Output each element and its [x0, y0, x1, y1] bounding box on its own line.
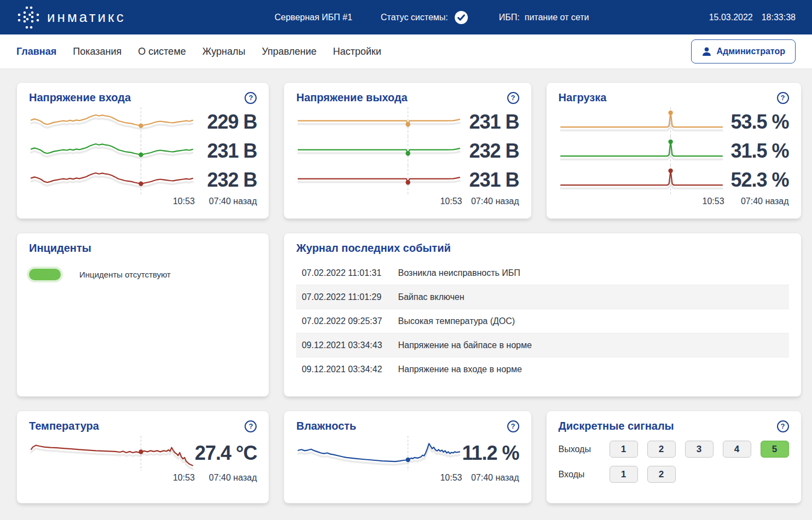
phase-value: 232 В [207, 169, 257, 192]
card-title: Инциденты [29, 242, 91, 255]
system-status-label: Статус системы: [381, 13, 448, 22]
user-icon [701, 47, 712, 57]
event-timestamp: 07.02.2022 09:25:37 [301, 316, 398, 326]
phase-value: 53.5 % [730, 111, 788, 134]
card-title: Напряжение выхода [296, 91, 407, 104]
card-title: Дискретные сигналы [559, 420, 674, 432]
output-signal-2[interactable]: 2 [647, 441, 676, 458]
event-timestamp: 09.12.2021 03:34:42 [301, 365, 398, 374]
input-signal-2[interactable]: 2 [647, 466, 676, 483]
system-status: Статус системы: [381, 10, 468, 25]
event-text: Напряжение на байпасе в норме [398, 340, 783, 350]
nav-item-settings[interactable]: Настройки [333, 46, 381, 57]
event-row[interactable]: 09.12.2021 03:34:43 Напряжение на байпас… [296, 333, 788, 357]
administrator-button[interactable]: Администратор [691, 39, 796, 63]
card-incidents: Инциденты Инциденты отсутствуют [16, 233, 269, 397]
input-signal-1[interactable]: 1 [610, 466, 638, 483]
temperature-value: 27.4 °C [195, 442, 257, 465]
nav-item-home[interactable]: Главная [16, 46, 56, 57]
help-icon[interactable]: ? [777, 92, 789, 104]
nav-item-journals[interactable]: Журналы [202, 46, 246, 57]
sparkline-chart [559, 165, 724, 194]
phase-value: 231 В [469, 169, 519, 192]
phase-value: 52.3 % [730, 169, 788, 192]
ups-power-status: ИБП: питание от сети [499, 13, 589, 22]
nav-item-control[interactable]: Управление [262, 46, 316, 57]
time-ago: 07:40 назад [209, 473, 257, 483]
nav-item-readings[interactable]: Показания [73, 46, 121, 57]
incident-status-led [29, 269, 61, 280]
event-timestamp: 09.12.2021 03:34:43 [301, 340, 398, 350]
help-icon[interactable]: ? [777, 420, 789, 432]
current-time: 18:33:38 [762, 13, 796, 22]
current-date: 15.03.2022 [709, 13, 753, 22]
brand-logo: инматикс [16, 4, 126, 31]
help-icon[interactable]: ? [507, 92, 519, 104]
card-humidity: Влажность ? 11.2 % 10:53 07:40 назад [283, 411, 531, 504]
output-signal-1[interactable]: 1 [610, 441, 638, 458]
card-load: Нагрузка ? 53.5 % 31.5 % 52.3 % 10:53 07… [546, 82, 802, 219]
time-ago: 07:40 назад [471, 473, 519, 483]
event-timestamp: 07.02.2022 11:01:29 [301, 292, 398, 302]
administrator-label: Администратор [717, 47, 785, 56]
phase-value: 231 В [469, 111, 519, 134]
phase-value: 232 В [469, 140, 519, 163]
sparkline-chart [296, 165, 462, 194]
event-text: Напряжение на входе в норме [398, 365, 783, 374]
incident-status-text: Инциденты отсутствуют [79, 270, 171, 279]
output-signal-4[interactable]: 4 [723, 441, 751, 458]
cursor-time: 10:53 [440, 473, 462, 483]
sparkline-chart [29, 165, 195, 194]
card-title: Температура [29, 420, 99, 432]
ups-power-value: питание от сети [525, 13, 589, 22]
output-signal-3[interactable]: 3 [685, 441, 714, 458]
card-events-log: Журнал последних событий 07.02.2022 11:0… [283, 233, 801, 397]
card-output-voltage: Напряжение выхода ? 231 В 232 В 231 В 10… [283, 82, 531, 219]
card-discrete-signals: Дискретные сигналы ? Выходы 1 2 3 4 5 Вх… [546, 411, 802, 504]
phase-value: 31.5 % [730, 140, 788, 163]
humidity-value: 11.2 % [462, 442, 519, 465]
ups-label: ИБП: [499, 13, 520, 22]
card-temperature: Температура ? 27.4 °C 10:53 07:40 назад [16, 411, 269, 504]
event-row[interactable]: 09.12.2021 03:34:42 Напряжение на входе … [296, 357, 788, 382]
event-text: Байпас включен [398, 292, 783, 302]
card-title: Напряжение входа [29, 91, 131, 104]
sparkline-chart [296, 136, 462, 165]
sparkline-chart [29, 107, 195, 136]
event-row[interactable]: 07.02.2022 09:25:37 Высокая температура … [296, 309, 788, 333]
time-ago: 07:40 назад [471, 197, 519, 206]
sparkline-chart [559, 107, 724, 136]
output-signal-5[interactable]: 5 [761, 441, 789, 458]
device-name: Серверная ИБП #1 [275, 13, 352, 22]
card-title: Журнал последних событий [296, 242, 450, 255]
sparkline-chart [29, 436, 195, 471]
card-title: Влажность [296, 420, 356, 432]
sparkline-chart [296, 107, 462, 136]
sparkline-chart [29, 136, 195, 165]
phase-value: 229 В [207, 111, 257, 134]
sparkline-chart [296, 436, 462, 471]
help-icon[interactable]: ? [245, 420, 257, 432]
card-title: Нагрузка [559, 91, 607, 104]
event-row[interactable]: 07.02.2022 11:01:29 Байпас включен [296, 285, 788, 309]
nav-item-about-system[interactable]: О системе [138, 46, 186, 57]
cursor-time: 10:53 [173, 197, 195, 206]
status-ok-check-icon [454, 10, 468, 25]
help-icon[interactable]: ? [507, 420, 519, 432]
cursor-time: 10:53 [703, 197, 724, 206]
events-table: 07.02.2022 11:01:31 Возникла неисправнос… [296, 261, 788, 382]
brand-name: инматикс [47, 9, 126, 26]
time-ago: 07:40 назад [741, 197, 789, 206]
help-icon[interactable]: ? [245, 92, 257, 104]
phase-value: 231 В [207, 140, 257, 163]
datetime: 15.03.2022 18:33:38 [709, 13, 796, 22]
cursor-time: 10:53 [440, 197, 462, 206]
card-input-voltage: Напряжение входа ? 229 В 231 В 232 В 10:… [16, 82, 269, 219]
event-row[interactable]: 07.02.2022 11:01:31 Возникла неисправнос… [296, 261, 788, 285]
dashboard-grid: Напряжение входа ? 229 В 231 В 232 В 10:… [0, 68, 812, 504]
main-nav: Главная Показания О системе Журналы Упра… [0, 34, 812, 68]
outputs-label: Выходы [559, 444, 600, 454]
sparkline-chart [559, 136, 724, 165]
top-header-bar: инматикс Серверная ИБП #1 Статус системы… [0, 0, 812, 34]
event-text: Высокая температура (ДОС) [398, 316, 783, 326]
